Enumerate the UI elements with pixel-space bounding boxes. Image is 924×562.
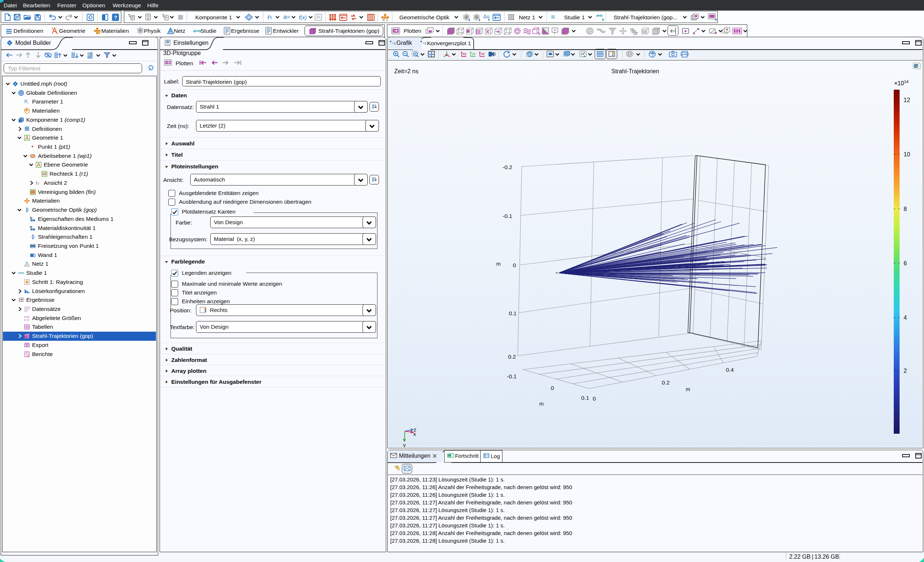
svg-text:0.2: 0.2 [508, 353, 516, 360]
svg-text:m: m [539, 401, 544, 407]
svg-text:8: 8 [904, 206, 907, 212]
svg-text:-0.1: -0.1 [502, 213, 512, 219]
svg-text:2: 2 [904, 368, 907, 374]
svg-text:0.4: 0.4 [726, 367, 734, 373]
svg-text:12: 12 [904, 97, 910, 103]
svg-text:m: m [496, 261, 501, 267]
svg-text:-0.1: -0.1 [507, 373, 517, 379]
svg-text:0: 0 [551, 385, 554, 391]
svg-text:-0.2: -0.2 [502, 164, 512, 170]
svg-text:xz: xz [481, 51, 485, 56]
svg-text:0: 0 [513, 262, 516, 268]
svg-text:x: x [413, 431, 416, 437]
svg-text:i: i [27, 101, 28, 105]
svg-text:P: P [24, 99, 27, 104]
svg-text:0: 0 [593, 395, 596, 402]
svg-text:m: m [686, 386, 690, 392]
svg-text:×1014: ×1014 [894, 80, 908, 86]
svg-text:Δu: Δu [483, 14, 489, 19]
svg-text:y: y [403, 442, 406, 447]
svg-text:Pi: Pi [316, 15, 321, 20]
svg-text:10: 10 [904, 151, 910, 158]
svg-text:yz: yz [472, 51, 476, 56]
svg-text:4: 4 [904, 314, 907, 321]
svg-text:0.1: 0.1 [581, 395, 589, 401]
svg-text:0.2: 0.2 [662, 379, 670, 386]
svg-text:6: 6 [904, 260, 907, 266]
svg-text:D: D [30, 216, 32, 220]
svg-text:0.1: 0.1 [508, 310, 517, 316]
svg-text:?: ? [114, 14, 117, 20]
svg-text:xy: xy [463, 51, 467, 56]
svg-text:e-12: e-12 [24, 318, 30, 321]
svg-text:D: D [30, 225, 32, 229]
